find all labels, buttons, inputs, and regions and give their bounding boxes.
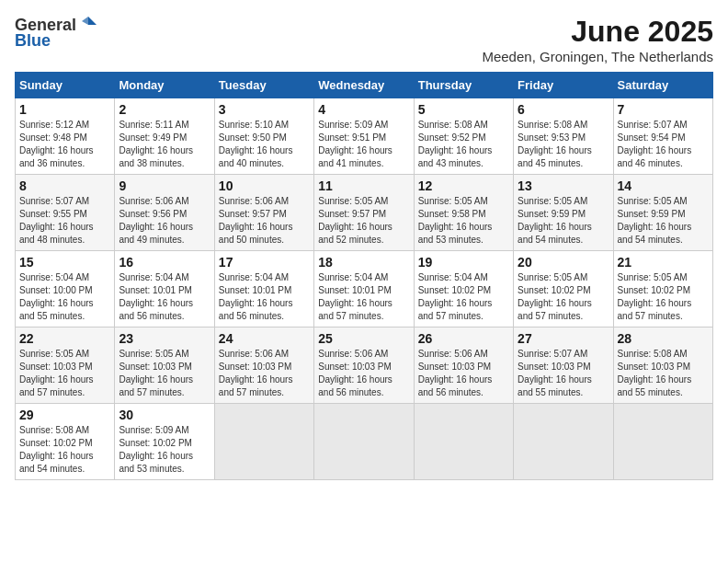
title-area: June 2025 Meeden, Groningen, The Netherl… bbox=[482, 15, 713, 64]
calendar-day-cell: 23 Sunrise: 5:05 AMSunset: 10:03 PMDayli… bbox=[115, 327, 214, 404]
day-number: 5 bbox=[418, 102, 509, 117]
day-number: 2 bbox=[119, 102, 210, 117]
day-number: 24 bbox=[219, 331, 310, 346]
day-info: Sunrise: 5:10 AMSunset: 9:50 PMDaylight:… bbox=[219, 119, 310, 170]
calendar-subtitle: Meeden, Groningen, The Netherlands bbox=[482, 49, 713, 64]
calendar-day-cell: 20 Sunrise: 5:05 AMSunset: 10:02 PMDayli… bbox=[514, 251, 613, 327]
col-thursday: Thursday bbox=[414, 73, 513, 98]
col-sunday: Sunday bbox=[16, 73, 115, 98]
calendar-day-cell: 22 Sunrise: 5:05 AMSunset: 10:03 PMDayli… bbox=[16, 327, 115, 404]
calendar-week-row: 8 Sunrise: 5:07 AMSunset: 9:55 PMDayligh… bbox=[16, 175, 713, 251]
day-number: 26 bbox=[418, 331, 509, 346]
day-number: 28 bbox=[618, 331, 709, 346]
day-number: 23 bbox=[119, 331, 210, 346]
day-number: 29 bbox=[19, 408, 110, 422]
calendar-week-row: 29 Sunrise: 5:08 AMSunset: 10:02 PMDayli… bbox=[16, 404, 713, 480]
calendar-day-cell: 5 Sunrise: 5:08 AMSunset: 9:52 PMDayligh… bbox=[414, 98, 513, 175]
page-header: General Blue June 2025 Meeden, Groningen… bbox=[15, 15, 713, 64]
logo: General Blue bbox=[15, 15, 98, 51]
calendar-day-cell bbox=[514, 404, 613, 480]
calendar-day-cell: 30 Sunrise: 5:09 AMSunset: 10:02 PMDayli… bbox=[115, 404, 214, 480]
day-number: 13 bbox=[518, 178, 609, 193]
day-number: 21 bbox=[618, 255, 709, 270]
calendar-day-cell bbox=[214, 404, 313, 480]
day-number: 1 bbox=[19, 102, 110, 117]
calendar-day-cell: 24 Sunrise: 5:06 AMSunset: 10:03 PMDayli… bbox=[214, 327, 313, 404]
day-info: Sunrise: 5:04 AMSunset: 10:02 PMDaylight… bbox=[418, 271, 509, 323]
day-info: Sunrise: 5:08 AMSunset: 10:02 PMDaylight… bbox=[19, 424, 110, 476]
day-number: 6 bbox=[518, 102, 609, 117]
calendar-day-cell: 7 Sunrise: 5:07 AMSunset: 9:54 PMDayligh… bbox=[613, 98, 712, 175]
col-wednesday: Wednesday bbox=[314, 73, 414, 98]
calendar-day-cell: 2 Sunrise: 5:11 AMSunset: 9:49 PMDayligh… bbox=[115, 98, 214, 175]
calendar-day-cell: 26 Sunrise: 5:06 AMSunset: 10:03 PMDayli… bbox=[414, 327, 513, 404]
calendar-day-cell: 16 Sunrise: 5:04 AMSunset: 10:01 PMDayli… bbox=[115, 251, 214, 327]
calendar-day-cell: 29 Sunrise: 5:08 AMSunset: 10:02 PMDayli… bbox=[16, 404, 115, 480]
day-number: 7 bbox=[618, 102, 709, 117]
calendar-day-cell bbox=[414, 404, 513, 480]
day-number: 27 bbox=[518, 331, 609, 346]
logo-blue: Blue bbox=[15, 31, 51, 51]
calendar-day-cell: 9 Sunrise: 5:06 AMSunset: 9:56 PMDayligh… bbox=[115, 175, 214, 251]
day-info: Sunrise: 5:05 AMSunset: 10:03 PMDaylight… bbox=[19, 348, 110, 399]
calendar-day-cell: 8 Sunrise: 5:07 AMSunset: 9:55 PMDayligh… bbox=[16, 175, 115, 251]
day-info: Sunrise: 5:09 AMSunset: 9:51 PMDaylight:… bbox=[318, 119, 409, 170]
calendar-day-cell: 10 Sunrise: 5:06 AMSunset: 9:57 PMDaylig… bbox=[214, 175, 313, 251]
day-number: 25 bbox=[318, 331, 409, 346]
day-info: Sunrise: 5:07 AMSunset: 10:03 PMDaylight… bbox=[518, 348, 609, 399]
day-info: Sunrise: 5:04 AMSunset: 10:01 PMDaylight… bbox=[219, 271, 310, 323]
day-info: Sunrise: 5:08 AMSunset: 9:53 PMDaylight:… bbox=[518, 119, 609, 170]
day-number: 9 bbox=[119, 178, 210, 193]
day-number: 11 bbox=[318, 178, 409, 193]
calendar-day-cell bbox=[314, 404, 414, 480]
day-info: Sunrise: 5:08 AMSunset: 10:03 PMDaylight… bbox=[618, 348, 709, 399]
day-info: Sunrise: 5:05 AMSunset: 10:03 PMDaylight… bbox=[119, 348, 210, 399]
day-info: Sunrise: 5:04 AMSunset: 10:01 PMDaylight… bbox=[318, 271, 409, 323]
day-number: 19 bbox=[418, 255, 509, 270]
calendar-day-cell: 13 Sunrise: 5:05 AMSunset: 9:59 PMDaylig… bbox=[514, 175, 613, 251]
col-tuesday: Tuesday bbox=[214, 73, 313, 98]
day-info: Sunrise: 5:06 AMSunset: 9:57 PMDaylight:… bbox=[219, 195, 310, 247]
day-number: 4 bbox=[318, 102, 409, 117]
calendar-day-cell: 19 Sunrise: 5:04 AMSunset: 10:02 PMDayli… bbox=[414, 251, 513, 327]
day-info: Sunrise: 5:05 AMSunset: 10:02 PMDaylight… bbox=[618, 271, 709, 323]
day-number: 16 bbox=[119, 255, 210, 270]
day-number: 8 bbox=[19, 178, 110, 193]
calendar-day-cell: 4 Sunrise: 5:09 AMSunset: 9:51 PMDayligh… bbox=[314, 98, 414, 175]
day-number: 17 bbox=[219, 255, 310, 270]
calendar-day-cell: 18 Sunrise: 5:04 AMSunset: 10:01 PMDayli… bbox=[314, 251, 414, 327]
day-number: 3 bbox=[219, 102, 310, 117]
calendar-day-cell: 3 Sunrise: 5:10 AMSunset: 9:50 PMDayligh… bbox=[214, 98, 313, 175]
day-info: Sunrise: 5:12 AMSunset: 9:48 PMDaylight:… bbox=[19, 119, 110, 170]
calendar-week-row: 1 Sunrise: 5:12 AMSunset: 9:48 PMDayligh… bbox=[16, 98, 713, 175]
calendar-day-cell bbox=[613, 404, 712, 480]
day-number: 18 bbox=[318, 255, 409, 270]
day-info: Sunrise: 5:06 AMSunset: 10:03 PMDaylight… bbox=[219, 348, 310, 399]
day-number: 15 bbox=[19, 255, 110, 270]
calendar-day-cell: 11 Sunrise: 5:05 AMSunset: 9:57 PMDaylig… bbox=[314, 175, 414, 251]
calendar-day-cell: 27 Sunrise: 5:07 AMSunset: 10:03 PMDayli… bbox=[514, 327, 613, 404]
calendar-day-cell: 1 Sunrise: 5:12 AMSunset: 9:48 PMDayligh… bbox=[16, 98, 115, 175]
day-info: Sunrise: 5:07 AMSunset: 9:55 PMDaylight:… bbox=[19, 195, 110, 247]
calendar-week-row: 22 Sunrise: 5:05 AMSunset: 10:03 PMDayli… bbox=[16, 327, 713, 404]
day-info: Sunrise: 5:05 AMSunset: 9:59 PMDaylight:… bbox=[618, 195, 709, 247]
day-number: 10 bbox=[219, 178, 310, 193]
calendar-week-row: 15 Sunrise: 5:04 AMSunset: 10:00 PMDayli… bbox=[16, 251, 713, 327]
day-info: Sunrise: 5:07 AMSunset: 9:54 PMDaylight:… bbox=[618, 119, 709, 170]
svg-marker-0 bbox=[88, 17, 97, 25]
day-number: 20 bbox=[518, 255, 609, 270]
day-info: Sunrise: 5:06 AMSunset: 10:03 PMDaylight… bbox=[318, 348, 409, 399]
day-info: Sunrise: 5:04 AMSunset: 10:00 PMDaylight… bbox=[19, 271, 110, 323]
calendar-header-row: Sunday Monday Tuesday Wednesday Thursday… bbox=[16, 73, 713, 98]
calendar-title: June 2025 bbox=[482, 15, 713, 49]
day-number: 14 bbox=[618, 178, 709, 193]
calendar-day-cell: 12 Sunrise: 5:05 AMSunset: 9:58 PMDaylig… bbox=[414, 175, 513, 251]
svg-marker-1 bbox=[82, 17, 88, 25]
day-info: Sunrise: 5:04 AMSunset: 10:01 PMDaylight… bbox=[119, 271, 210, 323]
day-info: Sunrise: 5:06 AMSunset: 10:03 PMDaylight… bbox=[418, 348, 509, 399]
day-info: Sunrise: 5:05 AMSunset: 9:59 PMDaylight:… bbox=[518, 195, 609, 247]
calendar-day-cell: 14 Sunrise: 5:05 AMSunset: 9:59 PMDaylig… bbox=[613, 175, 712, 251]
col-saturday: Saturday bbox=[613, 73, 712, 98]
day-info: Sunrise: 5:05 AMSunset: 10:02 PMDaylight… bbox=[518, 271, 609, 323]
col-friday: Friday bbox=[514, 73, 613, 98]
